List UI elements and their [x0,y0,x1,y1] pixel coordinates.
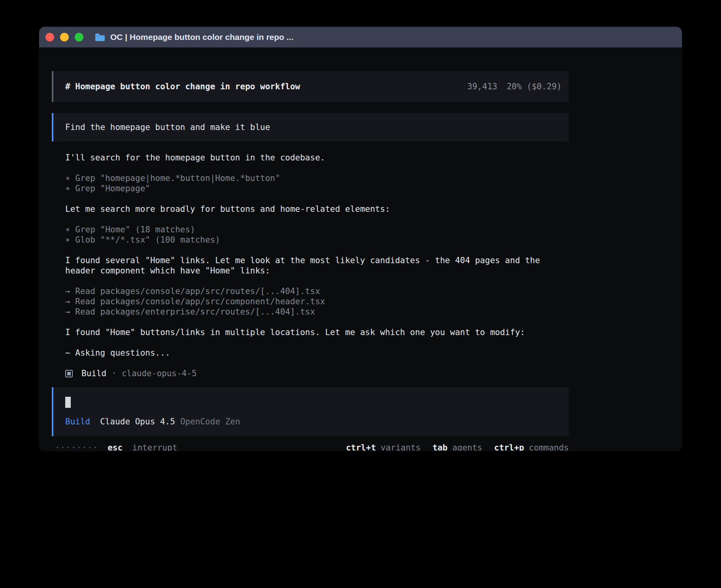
hint-key: ctrl+p [494,443,524,451]
title-group: OC | Homepage button color change in rep… [94,32,293,42]
transcript-group-status: ~ Asking questions... [65,348,555,358]
hint-key: tab [432,443,447,451]
hint-label: variants [381,443,421,451]
transcript-group-text: I'll search for the homepage button in t… [65,153,555,163]
token-count: 39,413 [467,81,497,92]
transcript-line: Let me search more broadly for buttons a… [65,204,555,214]
transcript-line: ∗ Grep "homepage|home.*button|Home.*butt… [65,173,555,183]
agent-model: claude-opus-4-5 [122,368,197,379]
transcript-group-tool: ∗ Grep "homepage|home.*button|Home.*butt… [65,173,555,194]
hint-label: commands [529,443,569,451]
transcript-line: → Read packages/console/app/src/routes/[… [65,286,555,296]
right-hints: ctrl+tvariantstabagentsctrl+pcommands [346,443,569,451]
user-message: Find the homepage button and make it blu… [52,113,569,141]
transcript-line: I found several "Home" links. Let me loo… [65,255,555,276]
title-bar: OC | Homepage button color change in rep… [39,27,682,47]
terminal-content: # Homepage button color change in repo w… [39,47,569,451]
prompt-input[interactable]: Build Claude Opus 4.5 OpenCode Zen [52,387,569,436]
transcript-line: ~ Asking questions... [65,348,555,358]
folder-icon [94,33,106,42]
zoom-button[interactable] [75,33,83,41]
context-cost: 20% ($0.29) [507,81,562,92]
text-cursor [65,397,71,408]
input-model-label[interactable]: Claude Opus 4.5 [100,416,175,427]
terminal-window: OC | Homepage button color change in rep… [39,27,682,451]
transcript-group-tool: ∗ Grep "Home" (18 matches)∗ Glob "**/*.t… [65,224,555,245]
session-title: # Homepage button color change in repo w… [65,81,300,92]
session-header: # Homepage button color change in repo w… [52,71,569,102]
input-meta-row: Build Claude Opus 4.5 OpenCode Zen [65,416,557,427]
transcript-group-tool: → Read packages/console/app/src/routes/[… [65,286,555,317]
transcript-line: ∗ Grep "Homepage" [65,183,555,194]
transcript: I'll search for the homepage button in t… [52,153,555,358]
agent-name: Build [81,368,106,379]
input-provider-label: OpenCode Zen [180,416,240,427]
hint-interrupt: esc interrupt [108,443,177,451]
window-controls [45,33,83,41]
transcript-line: I found "Home" buttons/links in multiple… [65,327,555,337]
transcript-line: ∗ Grep "Home" (18 matches) [65,224,555,235]
transcript-line: ∗ Glob "**/*.tsx" (100 matches) [65,235,555,245]
user-message-text: Find the homepage button and make it blu… [65,122,270,132]
status-bar: ········ esc interrupt ctrl+tvariantstab… [52,443,569,451]
transcript-group-text: I found several "Home" links. Let me loo… [65,255,555,276]
separator-dot: · [111,368,117,379]
hint-label-interrupt: interrupt [132,443,177,451]
hint-key: ctrl+t [346,443,376,451]
agent-status-line: Build · claude-opus-4-5 [65,368,569,379]
agent-icon [65,370,73,377]
session-meta: 39,413 20% ($0.29) [467,81,562,92]
transcript-group-text: Let me search more broadly for buttons a… [65,204,555,214]
input-agent-label[interactable]: Build [65,416,90,427]
hint-label: agents [452,443,482,451]
hint-tab: tabagents [432,443,482,451]
transcript-group-text: I found "Home" buttons/links in multiple… [65,327,555,337]
transcript-line: I'll search for the homepage button in t… [65,153,555,163]
hint-ctrl-t: ctrl+tvariants [346,443,421,451]
spinner-dots: ········ [55,443,98,451]
minimize-button[interactable] [60,33,69,41]
close-button[interactable] [45,33,54,41]
transcript-line: → Read packages/console/app/src/componen… [65,296,555,307]
hint-ctrl-p: ctrl+pcommands [494,443,569,451]
window-title: OC | Homepage button color change in rep… [110,32,293,42]
hint-key-esc: esc [108,443,123,451]
transcript-line: → Read packages/enterprise/src/routes/[.… [65,307,555,317]
